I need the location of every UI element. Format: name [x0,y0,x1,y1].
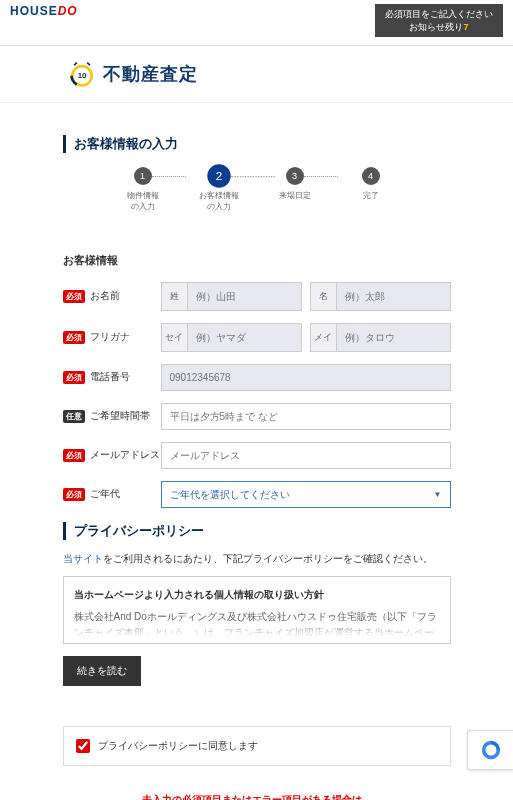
required-badge: 必須 [63,331,85,344]
step-indicator: 1物件情報 の入力 2お客様情報 の入力 3来場日定 4完了 [63,167,451,212]
section-heading-policy: プライバシーポリシー [63,522,451,540]
logo: HOUSEDO [10,4,78,18]
svg-text:10: 10 [78,72,87,81]
firstname-input[interactable] [337,284,450,309]
agree-checkbox[interactable] [76,739,90,753]
section-heading-input: お客様情報の入力 [63,135,451,153]
age-select[interactable]: ご年代を選択してください [162,482,450,507]
recaptcha-badge [467,730,513,770]
policy-description: 当サイトをご利用されるにあたり、下記プライバシーポリシーをご確認ください。 [63,552,451,566]
preferred-time-input[interactable] [162,404,450,429]
required-badge: 必須 [63,488,85,501]
required-badge: 必須 [63,290,85,303]
agree-label[interactable]: プライバシーポリシーに同意します [76,739,438,753]
read-more-button[interactable]: 続きを読む [63,656,141,686]
email-input[interactable] [162,443,450,468]
firstname-kana-input[interactable] [337,325,450,350]
customer-info-heading: お客様情報 [63,253,451,268]
phone-input[interactable] [162,365,450,390]
required-badge: 必須 [63,371,85,384]
lastname-input[interactable] [188,284,301,309]
page-title: 不動産査定 [103,64,198,84]
lastname-kana-input[interactable] [188,325,301,350]
notice-box: 必須項目をご記入ください お知らせ残り7 [375,4,503,37]
policy-box: 当ホームページより入力される個人情報の取り扱い方針 株式会社And Doホールデ… [63,576,451,644]
required-badge: 必須 [63,449,85,462]
optional-badge: 任意 [63,410,85,423]
clock-badge-icon: 10 [68,60,96,88]
error-message: 未入力の必須項目またはエラー項目がある場合は、 次のページへお進みいただけません… [63,792,451,800]
